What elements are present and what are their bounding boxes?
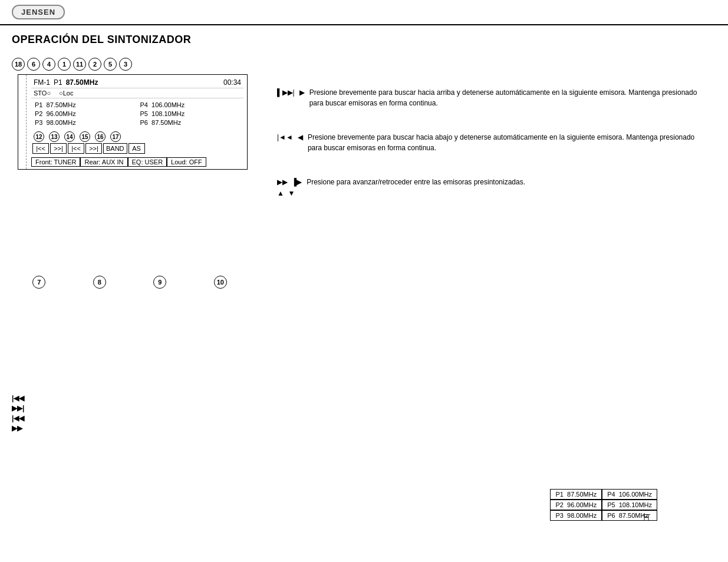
num-4: 4 <box>42 58 55 71</box>
icon-ff-bar: ▶▶ ▐▶ <box>277 177 302 188</box>
status-bar: Front: TUNER Rear: AUX IN EQ: USER Loud:… <box>31 157 243 167</box>
legend-item-2: ▶▶| <box>12 404 28 412</box>
bp-p4: P4 106.00MHz <box>602 489 657 500</box>
sto-label: STO○ <box>34 90 51 97</box>
legend-item-4: ▶▶ <box>12 424 28 432</box>
btn-as[interactable]: AS <box>129 143 145 154</box>
num-17: 17 <box>110 131 121 142</box>
num-7: 7 <box>32 276 45 289</box>
desc-section-2: |◄◄ ◀ Presione brevemente para buscar ha… <box>277 132 704 153</box>
desc-text-1: Presione brevemente para buscar hacia ar… <box>309 87 704 108</box>
num-5: 5 <box>104 58 117 71</box>
bottom-numbers: 7 8 9 10 <box>18 276 242 289</box>
btn-prev-prev[interactable]: |<< <box>32 143 49 154</box>
legend-item-1: |◀◀ <box>12 394 28 402</box>
preset-p3: P3 98.00MHz <box>32 118 137 127</box>
desc-text-3: Presione para avanzar/retroceder entre l… <box>307 177 525 199</box>
bottom-preset-table: P1 87.50MHz P4 106.00MHz P2 96.00MHz P5 … <box>550 489 657 521</box>
preset-p5: P5 108.10MHz <box>138 110 243 118</box>
num-13: 13 <box>49 131 60 142</box>
legend-section: |◀◀ ▶▶| |◀◀ ▶▶ <box>12 394 28 432</box>
preset-p4: P4 106.00MHz <box>138 101 243 109</box>
num-16: 16 <box>95 131 106 142</box>
legend-icon-2: ▶▶| <box>12 404 24 412</box>
description-panel: ▌▶▶| ▶ Presione brevemente para buscar h… <box>265 52 716 317</box>
preset-p6: P6 87.50MHz <box>138 118 243 127</box>
bp-p3: P3 98.00MHz <box>550 510 602 521</box>
diagram-container: 18 6 4 1 11 2 5 3 FM-1 <box>12 58 259 317</box>
control-row: 12 13 14 15 16 17 |<< >>| |<< >>| <box>31 129 243 156</box>
desc-section-1: ▌▶▶| ▶ Presione brevemente para buscar h… <box>277 87 704 108</box>
btn-next[interactable]: >>| <box>85 143 102 154</box>
btn-prev[interactable]: |<< <box>68 143 84 154</box>
preset-label: P1 <box>54 78 62 87</box>
status-loud: Loud: OFF <box>167 157 206 167</box>
unit-display-box: FM-1 P1 87.50MHz 00:34 STO○ ○Loc P1 87.5… <box>18 74 248 170</box>
btn-next-next[interactable]: >>| <box>50 143 67 154</box>
num-6: 6 <box>27 58 40 71</box>
num-18: 18 <box>12 58 25 71</box>
header: JENSEN <box>0 0 728 25</box>
icon-ud: ▲ ▼ <box>277 188 302 199</box>
time-label: 00:34 <box>223 78 241 87</box>
sto-loc-bar: STO○ ○Loc <box>31 88 243 98</box>
num-12: 12 <box>34 131 44 142</box>
legend-item-3: |◀◀ <box>12 414 28 422</box>
bp-p2: P2 96.00MHz <box>550 500 602 510</box>
legend-icon-3: |◀◀ <box>12 414 24 422</box>
num-3: 3 <box>119 58 132 71</box>
status-rear: Rear: AUX IN <box>80 157 127 167</box>
logo: JENSEN <box>12 5 65 19</box>
diagram-panel: 18 6 4 1 11 2 5 3 FM-1 <box>12 52 265 317</box>
preset-grid: P1 87.50MHz P4 106.00MHz P2 96.00MHz P5 … <box>31 98 243 129</box>
main-content: 18 6 4 1 11 2 5 3 FM-1 <box>0 52 728 317</box>
preset-table-grid: P1 87.50MHz P4 106.00MHz P2 96.00MHz P5 … <box>550 489 657 521</box>
num-10: 10 <box>214 276 227 289</box>
btn-band[interactable]: BAND <box>103 143 127 154</box>
bp-p6: P6 87.50MHz ⛩ <box>602 510 657 521</box>
desc-text-2: Presione brevemente para buscar hacia ab… <box>308 132 704 153</box>
legend-icon-4: ▶▶ <box>12 424 22 432</box>
bp-p1: P1 87.50MHz <box>550 489 602 500</box>
num-15: 15 <box>80 131 90 142</box>
bp-p5: P5 108.10MHz <box>602 500 657 510</box>
icon-skip-fwd: ▌▶▶| <box>277 87 295 98</box>
desc-section-3: ▶▶ ▐▶ ▲ ▼ Presione para avanzar/retroced… <box>277 177 704 199</box>
num-8: 8 <box>93 276 106 289</box>
page-title: OPERACIÓN DEL SINTONIZADOR <box>0 25 728 52</box>
num-14: 14 <box>64 131 75 142</box>
preset-p2: P2 96.00MHz <box>32 110 137 118</box>
band-label: FM-1 <box>34 78 50 87</box>
num-9: 9 <box>153 276 166 289</box>
preset-p1: P1 87.50MHz <box>32 101 137 109</box>
num-11: 11 <box>73 58 86 71</box>
icon-skip-back: |◄◄ <box>277 132 293 143</box>
legend-icon-1: |◀◀ <box>12 394 24 402</box>
loc-label: ○Loc <box>59 90 73 97</box>
status-eq: EQ: USER <box>128 157 167 167</box>
num-1: 1 <box>58 58 71 71</box>
icon-play: ▶ <box>299 87 305 98</box>
freq-bar: FM-1 P1 87.50MHz 00:34 <box>31 77 243 88</box>
freq-label: 87.50MHz <box>66 78 98 87</box>
status-front: Front: TUNER <box>31 157 80 167</box>
cursor-hand: ⛩ <box>643 513 651 523</box>
icon-back: ◀ <box>298 132 303 143</box>
num-2: 2 <box>88 58 101 71</box>
